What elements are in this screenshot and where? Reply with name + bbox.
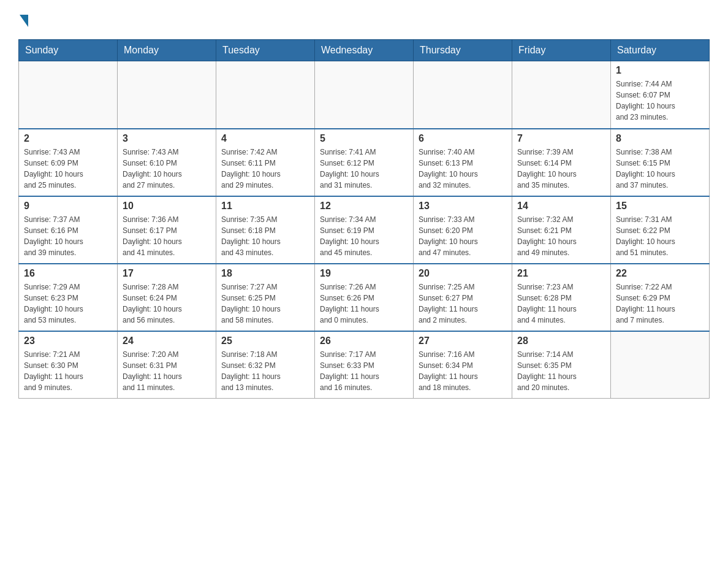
day-number: 9: [24, 201, 112, 212]
day-number: 1: [616, 65, 704, 76]
day-info: Sunrise: 7:32 AMSunset: 6:21 PMDaylight:…: [517, 214, 605, 258]
calendar-header-row: SundayMondayTuesdayWednesdayThursdayFrid…: [19, 40, 710, 61]
day-info: Sunrise: 7:27 AMSunset: 6:25 PMDaylight:…: [221, 282, 309, 326]
calendar-day-cell: 4Sunrise: 7:42 AMSunset: 6:11 PMDaylight…: [216, 129, 315, 196]
calendar-day-cell: 7Sunrise: 7:39 AMSunset: 6:14 PMDaylight…: [512, 129, 611, 196]
day-of-week-header: Tuesday: [216, 40, 315, 61]
day-info: Sunrise: 7:40 AMSunset: 6:13 PMDaylight:…: [419, 147, 507, 191]
calendar-day-cell: [19, 61, 118, 129]
calendar-day-cell: 27Sunrise: 7:16 AMSunset: 6:34 PMDayligh…: [414, 331, 512, 399]
day-number: 20: [419, 268, 507, 279]
calendar-day-cell: [512, 61, 611, 129]
day-info: Sunrise: 7:26 AMSunset: 6:26 PMDaylight:…: [320, 282, 408, 326]
calendar-day-cell: 14Sunrise: 7:32 AMSunset: 6:21 PMDayligh…: [512, 196, 611, 264]
page-header: [18, 12, 710, 27]
calendar-day-cell: [315, 61, 414, 129]
calendar-day-cell: 23Sunrise: 7:21 AMSunset: 6:30 PMDayligh…: [19, 331, 118, 399]
day-number: 19: [320, 268, 408, 279]
day-info: Sunrise: 7:14 AMSunset: 6:35 PMDaylight:…: [517, 349, 605, 393]
day-info: Sunrise: 7:29 AMSunset: 6:23 PMDaylight:…: [24, 282, 112, 326]
day-info: Sunrise: 7:21 AMSunset: 6:30 PMDaylight:…: [24, 349, 112, 393]
calendar-day-cell: 19Sunrise: 7:26 AMSunset: 6:26 PMDayligh…: [315, 264, 414, 331]
day-info: Sunrise: 7:44 AMSunset: 6:07 PMDaylight:…: [616, 79, 704, 123]
day-info: Sunrise: 7:18 AMSunset: 6:32 PMDaylight:…: [221, 349, 309, 393]
calendar-day-cell: 24Sunrise: 7:20 AMSunset: 6:31 PMDayligh…: [118, 331, 216, 399]
calendar-day-cell: 1Sunrise: 7:44 AMSunset: 6:07 PMDaylight…: [611, 61, 710, 129]
calendar-day-cell: 12Sunrise: 7:34 AMSunset: 6:19 PMDayligh…: [315, 196, 414, 264]
day-info: Sunrise: 7:42 AMSunset: 6:11 PMDaylight:…: [221, 147, 309, 191]
day-number: 16: [24, 268, 112, 279]
calendar-day-cell: 8Sunrise: 7:38 AMSunset: 6:15 PMDaylight…: [611, 129, 710, 196]
calendar-day-cell: 3Sunrise: 7:43 AMSunset: 6:10 PMDaylight…: [118, 129, 216, 196]
calendar-day-cell: 18Sunrise: 7:27 AMSunset: 6:25 PMDayligh…: [216, 264, 315, 331]
day-info: Sunrise: 7:16 AMSunset: 6:34 PMDaylight:…: [419, 349, 507, 393]
calendar-day-cell: 16Sunrise: 7:29 AMSunset: 6:23 PMDayligh…: [19, 264, 118, 331]
day-of-week-header: Saturday: [611, 40, 710, 61]
day-info: Sunrise: 7:43 AMSunset: 6:10 PMDaylight:…: [123, 147, 211, 191]
day-info: Sunrise: 7:38 AMSunset: 6:15 PMDaylight:…: [616, 147, 704, 191]
day-of-week-header: Friday: [512, 40, 611, 61]
day-of-week-header: Monday: [118, 40, 216, 61]
day-number: 18: [221, 268, 309, 279]
calendar-day-cell: 5Sunrise: 7:41 AMSunset: 6:12 PMDaylight…: [315, 129, 414, 196]
calendar-day-cell: 20Sunrise: 7:25 AMSunset: 6:27 PMDayligh…: [414, 264, 512, 331]
calendar-day-cell: 10Sunrise: 7:36 AMSunset: 6:17 PMDayligh…: [118, 196, 216, 264]
calendar-week-row: 23Sunrise: 7:21 AMSunset: 6:30 PMDayligh…: [19, 331, 710, 399]
calendar-day-cell: [414, 61, 512, 129]
day-info: Sunrise: 7:28 AMSunset: 6:24 PMDaylight:…: [123, 282, 211, 326]
calendar-week-row: 1Sunrise: 7:44 AMSunset: 6:07 PMDaylight…: [19, 61, 710, 129]
day-number: 23: [24, 335, 112, 347]
calendar-day-cell: 21Sunrise: 7:23 AMSunset: 6:28 PMDayligh…: [512, 264, 611, 331]
calendar-week-row: 16Sunrise: 7:29 AMSunset: 6:23 PMDayligh…: [19, 264, 710, 331]
day-number: 14: [517, 201, 605, 212]
day-info: Sunrise: 7:39 AMSunset: 6:14 PMDaylight:…: [517, 147, 605, 191]
calendar-week-row: 2Sunrise: 7:43 AMSunset: 6:09 PMDaylight…: [19, 129, 710, 196]
day-number: 17: [123, 268, 211, 279]
day-number: 24: [123, 335, 211, 347]
calendar-day-cell: 6Sunrise: 7:40 AMSunset: 6:13 PMDaylight…: [414, 129, 512, 196]
day-number: 28: [517, 335, 605, 347]
day-number: 3: [123, 133, 211, 144]
day-info: Sunrise: 7:23 AMSunset: 6:28 PMDaylight:…: [517, 282, 605, 326]
calendar-week-row: 9Sunrise: 7:37 AMSunset: 6:16 PMDaylight…: [19, 196, 710, 264]
calendar-day-cell: [118, 61, 216, 129]
day-of-week-header: Wednesday: [315, 40, 414, 61]
day-info: Sunrise: 7:37 AMSunset: 6:16 PMDaylight:…: [24, 214, 112, 258]
day-info: Sunrise: 7:43 AMSunset: 6:09 PMDaylight:…: [24, 147, 112, 191]
day-number: 26: [320, 335, 408, 347]
calendar-day-cell: 26Sunrise: 7:17 AMSunset: 6:33 PMDayligh…: [315, 331, 414, 399]
day-info: Sunrise: 7:25 AMSunset: 6:27 PMDaylight:…: [419, 282, 507, 326]
calendar-day-cell: 9Sunrise: 7:37 AMSunset: 6:16 PMDaylight…: [19, 196, 118, 264]
day-info: Sunrise: 7:36 AMSunset: 6:17 PMDaylight:…: [123, 214, 211, 258]
day-info: Sunrise: 7:33 AMSunset: 6:20 PMDaylight:…: [419, 214, 507, 258]
day-info: Sunrise: 7:35 AMSunset: 6:18 PMDaylight:…: [221, 214, 309, 258]
calendar-day-cell: 11Sunrise: 7:35 AMSunset: 6:18 PMDayligh…: [216, 196, 315, 264]
day-number: 4: [221, 133, 309, 144]
day-number: 8: [616, 133, 704, 144]
calendar-day-cell: [611, 331, 710, 399]
day-info: Sunrise: 7:17 AMSunset: 6:33 PMDaylight:…: [320, 349, 408, 393]
day-info: Sunrise: 7:22 AMSunset: 6:29 PMDaylight:…: [616, 282, 704, 326]
calendar-day-cell: 17Sunrise: 7:28 AMSunset: 6:24 PMDayligh…: [118, 264, 216, 331]
day-info: Sunrise: 7:20 AMSunset: 6:31 PMDaylight:…: [123, 349, 211, 393]
day-of-week-header: Sunday: [19, 40, 118, 61]
day-number: 2: [24, 133, 112, 144]
logo: [18, 12, 28, 27]
calendar-day-cell: 13Sunrise: 7:33 AMSunset: 6:20 PMDayligh…: [414, 196, 512, 264]
day-number: 13: [419, 201, 507, 212]
day-number: 12: [320, 201, 408, 212]
day-number: 5: [320, 133, 408, 144]
day-number: 7: [517, 133, 605, 144]
calendar-day-cell: 22Sunrise: 7:22 AMSunset: 6:29 PMDayligh…: [611, 264, 710, 331]
day-number: 10: [123, 201, 211, 212]
calendar-day-cell: 2Sunrise: 7:43 AMSunset: 6:09 PMDaylight…: [19, 129, 118, 196]
calendar-table: SundayMondayTuesdayWednesdayThursdayFrid…: [18, 39, 710, 399]
day-info: Sunrise: 7:31 AMSunset: 6:22 PMDaylight:…: [616, 214, 704, 258]
day-number: 21: [517, 268, 605, 279]
day-number: 6: [419, 133, 507, 144]
day-info: Sunrise: 7:41 AMSunset: 6:12 PMDaylight:…: [320, 147, 408, 191]
day-info: Sunrise: 7:34 AMSunset: 6:19 PMDaylight:…: [320, 214, 408, 258]
calendar-day-cell: 15Sunrise: 7:31 AMSunset: 6:22 PMDayligh…: [611, 196, 710, 264]
day-number: 22: [616, 268, 704, 279]
logo-triangle-icon: [20, 15, 28, 27]
